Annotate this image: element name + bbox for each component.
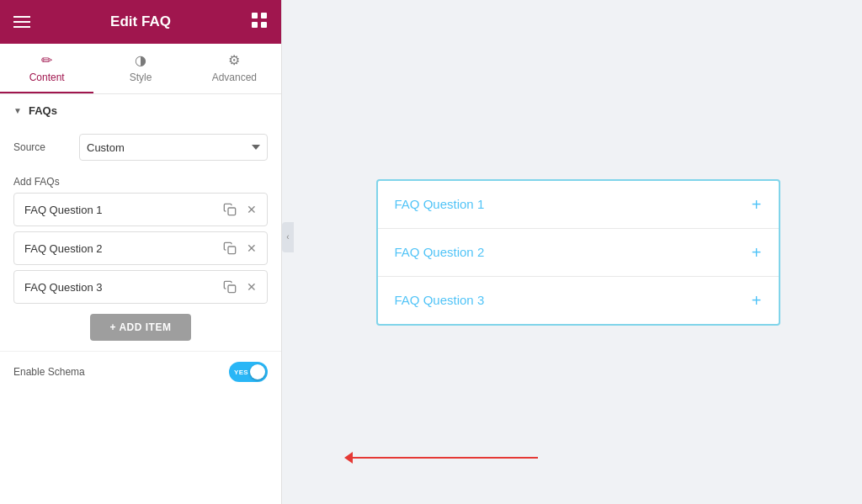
faq-item-1-delete-button[interactable]: ✕ <box>243 199 260 220</box>
faq-preview-plus-3: + <box>752 292 762 309</box>
chevron-down-icon: ▼ <box>13 106 22 115</box>
page-title: Edit FAQ <box>110 13 171 30</box>
hamburger-icon[interactable] <box>13 16 30 28</box>
toggle-yes-label: YES <box>234 369 248 376</box>
svg-rect-1 <box>261 13 267 19</box>
faq-preview-question-1: FAQ Question 1 <box>395 197 752 211</box>
sidebar-header: Edit FAQ <box>0 0 281 44</box>
svg-rect-2 <box>252 22 258 28</box>
arrow-line <box>353 457 538 459</box>
faq-item-3-label: FAQ Question 3 <box>24 281 216 294</box>
collapse-arrow-icon: ‹ <box>286 232 289 241</box>
faq-preview-item-1[interactable]: FAQ Question 1 + <box>378 181 779 229</box>
faq-item: FAQ Question 1 ✕ <box>13 193 268 226</box>
svg-rect-5 <box>228 247 236 254</box>
faq-preview-plus-1: + <box>752 196 762 213</box>
source-select[interactable]: Custom ACF Toolset MetaBox <box>79 134 268 161</box>
add-faqs-label: Add FAQs <box>0 167 281 193</box>
source-row: Source Custom ACF Toolset MetaBox <box>0 127 281 167</box>
faq-item-3-duplicate-button[interactable] <box>220 277 240 297</box>
enable-schema-toggle[interactable]: YES <box>229 362 268 382</box>
faq-preview-question-3: FAQ Question 3 <box>395 293 752 307</box>
faq-item-3-delete-button[interactable]: ✕ <box>243 277 260 297</box>
arrow-annotation <box>344 452 538 464</box>
svg-rect-4 <box>228 208 236 215</box>
faq-preview-plus-2: + <box>752 244 762 261</box>
enable-schema-label: Enable Schema <box>13 366 229 378</box>
tab-bar: ✏ Content ◑ Style ⚙ Advanced <box>0 44 281 94</box>
faq-item-1-label: FAQ Question 1 <box>24 204 216 216</box>
gear-icon: ⚙ <box>228 52 240 68</box>
arrow-head-icon <box>344 452 353 464</box>
faq-preview-item-2[interactable]: FAQ Question 2 + <box>378 229 779 277</box>
grid-icon[interactable] <box>251 12 268 32</box>
toggle-knob <box>250 364 265 379</box>
enable-schema-toggle-container: YES <box>229 362 268 382</box>
sidebar-content: ▼ FAQs Source Custom ACF Toolset MetaBox… <box>0 94 281 504</box>
svg-rect-3 <box>261 22 267 28</box>
faq-items-list: FAQ Question 1 ✕ FAQ Question 2 ✕ FAQ Qu… <box>0 193 281 304</box>
add-item-row: + ADD ITEM <box>0 304 281 351</box>
tab-content-label: Content <box>29 72 65 83</box>
tab-advanced-label: Advanced <box>212 72 257 83</box>
faq-item-2-delete-button[interactable]: ✕ <box>243 238 260 258</box>
section-title: FAQs <box>29 104 57 117</box>
add-item-button[interactable]: + ADD ITEM <box>90 314 192 341</box>
svg-rect-0 <box>252 13 258 19</box>
pencil-icon: ✏ <box>41 52 52 68</box>
svg-rect-6 <box>228 285 236 293</box>
faq-preview-item-3[interactable]: FAQ Question 3 + <box>378 277 779 324</box>
tab-style[interactable]: ◑ Style <box>93 44 187 93</box>
main-content: FAQ Question 1 + FAQ Question 2 + FAQ Qu… <box>294 0 862 504</box>
faqs-section-header[interactable]: ▼ FAQs <box>0 94 281 127</box>
tab-advanced[interactable]: ⚙ Advanced <box>188 44 281 93</box>
faq-item: FAQ Question 2 ✕ <box>13 231 268 265</box>
source-label: Source <box>13 141 72 153</box>
faq-item-2-duplicate-button[interactable] <box>220 238 240 258</box>
collapse-handle[interactable]: ‹ <box>282 222 294 252</box>
enable-schema-row: Enable Schema YES <box>0 351 281 392</box>
half-circle-icon: ◑ <box>135 52 146 68</box>
faq-preview-widget: FAQ Question 1 + FAQ Question 2 + FAQ Qu… <box>376 179 780 326</box>
faq-preview-question-2: FAQ Question 2 <box>395 245 752 259</box>
faq-item-1-duplicate-button[interactable] <box>220 199 240 220</box>
faq-item-2-label: FAQ Question 2 <box>24 242 216 255</box>
faq-item: FAQ Question 3 ✕ <box>13 270 268 304</box>
tab-content[interactable]: ✏ Content <box>0 44 93 93</box>
tab-style-label: Style <box>130 72 152 83</box>
